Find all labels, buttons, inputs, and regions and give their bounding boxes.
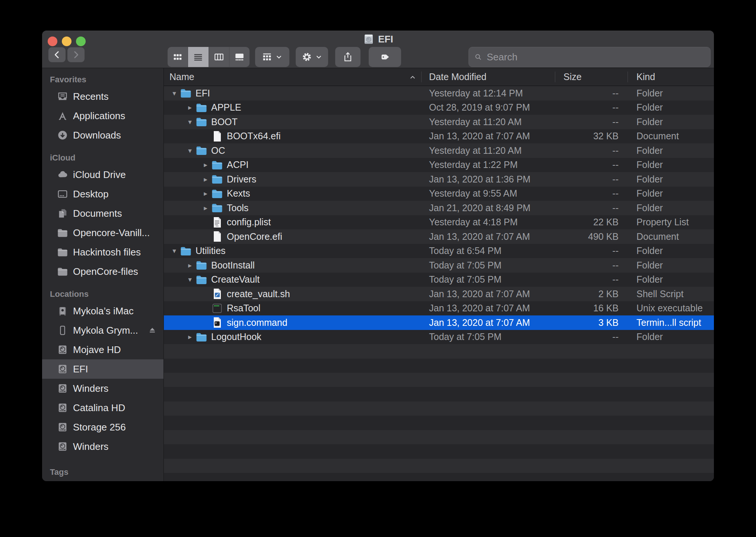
column-view-button[interactable] [209, 47, 229, 67]
file-row[interactable]: sign.commandJan 13, 2020 at 7:07 AM3 KBT… [164, 315, 714, 330]
file-name-cell: BOOTx64.efi [164, 130, 421, 142]
disclosure-collapsed-icon[interactable]: ▸ [184, 104, 196, 111]
file-row[interactable]: create_vault.shJan 13, 2020 at 7:07 AM2 … [164, 287, 714, 301]
action-menu-button[interactable] [296, 47, 328, 67]
column-header-name[interactable]: Name [164, 68, 421, 86]
sidebar-item-documents[interactable]: Documents [42, 204, 163, 223]
file-size: -- [555, 188, 628, 199]
gallery-view-button[interactable] [229, 47, 250, 67]
sidebar-item-hackintosh-files[interactable]: Hackintosh files [42, 242, 163, 262]
sidebar-item-mojave-hd[interactable]: Mojave HD [42, 340, 163, 359]
search-field[interactable] [468, 47, 711, 67]
sidebar-item-winders[interactable]: Winders [42, 379, 163, 398]
file-name-cell: ▸ACPI [164, 159, 421, 171]
file-name-cell: ▾Utilities [164, 245, 421, 257]
file-row[interactable]: config.plistYesterday at 4:18 PM22 KBPro… [164, 215, 714, 230]
icon-view-button[interactable] [168, 47, 188, 67]
file-date-modified: Oct 28, 2019 at 9:07 PM [421, 102, 555, 113]
share-button[interactable] [335, 47, 360, 67]
file-row[interactable]: ▾BOOTYesterday at 11:20 AM--Folder [164, 115, 714, 129]
sidebar-section-locations: LocationsMykola’s iMacMykola Grym...Moja… [42, 286, 163, 456]
sidebar-item-label: Winders [73, 441, 108, 452]
sidebar-item-mykola-grym[interactable]: Mykola Grym... [42, 321, 163, 340]
sidebar-item-opencore-vanill[interactable]: Opencore-Vanill... [42, 223, 163, 242]
file-row[interactable]: BOOTx64.efiJan 13, 2020 at 7:07 AM32 KBD… [164, 129, 714, 144]
file-name: ACPI [227, 159, 248, 170]
file-row[interactable]: ▾UtilitiesToday at 6:54 PM--Folder [164, 244, 714, 258]
sidebar-item-winders[interactable]: Winders [42, 437, 163, 456]
group-icon [261, 51, 273, 63]
disclosure-collapsed-icon[interactable]: ▸ [200, 176, 211, 183]
group-by-button[interactable] [255, 47, 289, 67]
file-name: BOOT [211, 117, 238, 127]
sidebar-item-applications[interactable]: Applications [42, 106, 163, 125]
sidebar-item-mykola-s-imac[interactable]: Mykola’s iMac [42, 301, 163, 321]
eject-icon[interactable] [148, 326, 157, 335]
back-button[interactable] [48, 47, 66, 62]
file-size: -- [555, 174, 628, 185]
chevron-down-icon [315, 53, 323, 61]
disclosure-collapsed-icon[interactable]: ▸ [200, 204, 211, 212]
sidebar-item-desktop[interactable]: Desktop [42, 184, 163, 204]
column-header-size[interactable]: Size [555, 68, 628, 86]
forward-icon [70, 49, 82, 60]
disclosure-expanded-icon[interactable]: ▾ [169, 247, 180, 254]
sidebar-section-label: iCloud [42, 150, 163, 165]
file-row[interactable]: ▸APPLEOct 28, 2019 at 9:07 PM--Folder [164, 101, 714, 115]
disclosure-collapsed-icon[interactable]: ▸ [200, 190, 211, 197]
file-name-cell: ▸Drivers [164, 173, 421, 185]
sidebar-item-icloud-drive[interactable]: iCloud Drive [42, 165, 163, 184]
tag-button[interactable] [369, 47, 401, 67]
file-size: -- [555, 102, 628, 113]
disclosure-collapsed-icon[interactable]: ▸ [184, 262, 196, 269]
disclosure-expanded-icon[interactable]: ▾ [184, 147, 196, 154]
file-kind: Unix executable [628, 303, 714, 314]
file-name-cell: ▸APPLE [164, 102, 421, 114]
chevron-down-icon [275, 53, 283, 61]
applications-icon [57, 110, 68, 121]
file-row[interactable]: ▸ACPIYesterday at 1:22 PM--Folder [164, 158, 714, 172]
file-size: -- [555, 274, 628, 285]
file-row[interactable]: ▾CreateVaultToday at 7:05 PM--Folder [164, 273, 714, 287]
disclosure-collapsed-icon[interactable]: ▸ [184, 333, 196, 340]
sidebar-item-opencore-files[interactable]: OpenCore-files [42, 262, 163, 281]
file-row[interactable]: RsaToolJan 13, 2020 at 7:07 AM16 KBUnix … [164, 301, 714, 316]
terminal-script-icon [211, 317, 223, 328]
column-header-kind[interactable]: Kind [628, 68, 714, 86]
sidebar-item-label: Hackintosh files [73, 247, 141, 258]
disclosure-expanded-icon[interactable]: ▾ [184, 118, 196, 125]
search-input[interactable] [486, 51, 705, 63]
list-view-button[interactable] [188, 47, 208, 67]
file-kind: Property List [628, 217, 714, 228]
sidebar-item-efi[interactable]: EFI [42, 359, 163, 379]
sidebar-item-downloads[interactable]: Downloads [42, 125, 163, 145]
file-row[interactable]: ▸BootInstallToday at 7:05 PM--Folder [164, 258, 714, 273]
file-name-cell: ▸BootInstall [164, 259, 421, 271]
window-title: EFI [378, 34, 393, 45]
drive-icon [57, 344, 68, 355]
file-name: OpenCore.efi [227, 231, 282, 242]
drive-icon [57, 441, 68, 452]
sidebar-item-label: Winders [73, 383, 108, 394]
sidebar-item-catalina-hd[interactable]: Catalina HD [42, 398, 163, 417]
file-kind: Folder [628, 159, 714, 170]
forward-button[interactable] [67, 47, 85, 62]
sidebar-item-recents[interactable]: Recents [42, 87, 163, 106]
disclosure-expanded-icon[interactable]: ▾ [169, 90, 180, 97]
disclosure-expanded-icon[interactable]: ▾ [184, 276, 196, 283]
file-row[interactable]: ▸LogoutHookToday at 7:05 PM--Folder [164, 330, 714, 344]
file-size: 32 KB [555, 131, 628, 142]
plist-icon [211, 216, 223, 228]
file-row[interactable]: ▾EFIYesterday at 12:14 PM--Folder [164, 86, 714, 101]
column-header-date-modified[interactable]: Date Modified [421, 68, 555, 86]
file-name: RsaTool [227, 303, 260, 314]
sidebar-item-storage-256[interactable]: Storage 256 [42, 417, 163, 437]
file-row[interactable]: ▸DriversJan 13, 2020 at 1:36 PM--Folder [164, 172, 714, 187]
disclosure-collapsed-icon[interactable]: ▸ [200, 161, 211, 168]
file-row[interactable]: OpenCore.efiJan 13, 2020 at 7:07 AM490 K… [164, 229, 714, 244]
file-row[interactable]: ▸ToolsJan 21, 2020 at 8:49 PM--Folder [164, 201, 714, 215]
file-row[interactable]: ▾OCYesterday at 11:20 AM--Folder [164, 143, 714, 158]
file-kind: Folder [628, 188, 714, 199]
file-size: 22 KB [555, 217, 628, 228]
file-row[interactable]: ▸KextsYesterday at 9:55 AM--Folder [164, 187, 714, 201]
